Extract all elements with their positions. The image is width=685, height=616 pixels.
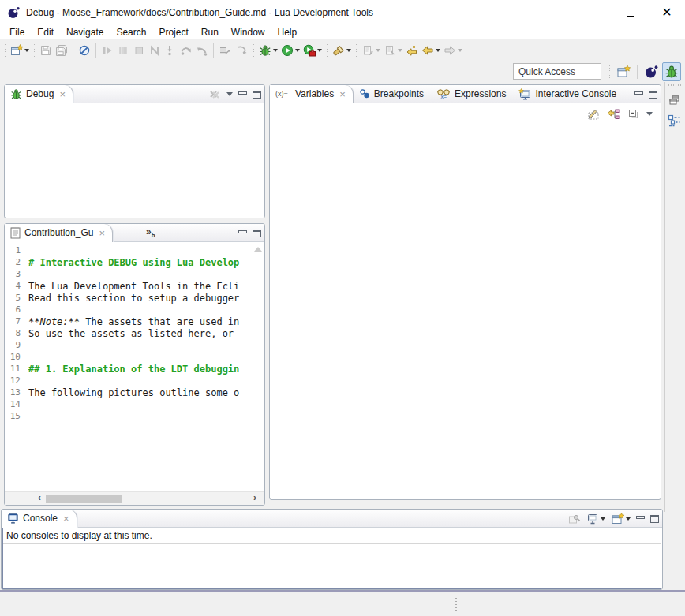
toolbar-drag-handle[interactable] bbox=[326, 44, 328, 57]
console-message: No consoles to display at this time. bbox=[3, 528, 661, 544]
close-button[interactable]: ✕ bbox=[649, 0, 685, 25]
editor-body[interactable]: 1 2# Interactive DEBUG using Lua Develop… bbox=[5, 242, 264, 505]
menu-file[interactable]: File bbox=[3, 26, 31, 39]
editor-overflow-chevron[interactable]: »5 bbox=[146, 226, 155, 239]
minimize-view-icon[interactable] bbox=[634, 91, 643, 95]
editor-line[interactable]: 11## 1. Explanation of the LDT debuggin bbox=[5, 363, 253, 375]
status-bar bbox=[0, 592, 685, 616]
tab-debug[interactable]: Debug × bbox=[5, 85, 73, 103]
maximize-view-icon[interactable] bbox=[253, 230, 261, 237]
new-wizard-dropdown[interactable] bbox=[24, 49, 29, 52]
external-tools-dropdown[interactable] bbox=[317, 49, 322, 52]
editor-code[interactable]: 1 2# Interactive DEBUG using Lua Develop… bbox=[5, 245, 253, 422]
menu-window[interactable]: Window bbox=[225, 26, 271, 39]
tab-variables[interactable]: (x)= Variables × bbox=[270, 85, 354, 103]
run-button[interactable] bbox=[279, 43, 301, 58]
skip-all-breakpoints-button[interactable] bbox=[77, 43, 92, 58]
view-menu-icon[interactable] bbox=[646, 112, 653, 116]
tab-contribution-guide[interactable]: Contribution_Gu × bbox=[5, 224, 113, 242]
view-menu-icon[interactable] bbox=[226, 92, 233, 96]
scrollbar-thumb[interactable] bbox=[46, 495, 122, 503]
show-logical-structure-icon[interactable] bbox=[607, 108, 621, 121]
tab-console-label: Console bbox=[23, 513, 58, 524]
toolbar-drag-handle[interactable] bbox=[72, 44, 74, 57]
debug-tab-icon bbox=[10, 88, 22, 100]
toolbar-drag-handle[interactable] bbox=[4, 44, 6, 57]
menu-project[interactable]: Project bbox=[152, 26, 194, 39]
maximize-button[interactable] bbox=[612, 0, 649, 25]
minimize-view-icon[interactable] bbox=[238, 230, 247, 233]
editor-line[interactable]: 2# Interactive DEBUG using Lua Develop bbox=[5, 256, 253, 268]
scroll-right-icon[interactable]: › bbox=[249, 492, 261, 505]
tab-breakpoints[interactable]: Breakpoints bbox=[354, 85, 431, 103]
close-icon[interactable]: × bbox=[63, 513, 69, 525]
editor-line[interactable]: 1 bbox=[5, 245, 253, 256]
editor-line[interactable]: 13The following pictures outline some o bbox=[5, 386, 253, 398]
new-wizard-button[interactable] bbox=[9, 43, 31, 58]
back-dropdown[interactable] bbox=[436, 49, 440, 52]
editor-line[interactable]: 6 bbox=[5, 304, 253, 315]
menu-run[interactable]: Run bbox=[195, 26, 225, 39]
status-drag-handle[interactable] bbox=[455, 595, 457, 612]
toolbar-drag-handle[interactable] bbox=[33, 44, 36, 57]
debug-perspective-button[interactable] bbox=[662, 62, 681, 81]
minimize-view-icon[interactable] bbox=[636, 516, 645, 519]
close-icon[interactable]: × bbox=[99, 227, 105, 239]
show-type-names-icon[interactable] bbox=[587, 108, 601, 121]
open-perspective-button[interactable] bbox=[614, 62, 633, 81]
lua-perspective-button[interactable] bbox=[642, 62, 661, 81]
open-console-button[interactable] bbox=[611, 513, 631, 525]
outline-view-icon[interactable] bbox=[668, 114, 681, 128]
maximize-icon bbox=[627, 9, 634, 17]
search-dropdown[interactable] bbox=[346, 49, 351, 52]
menu-help[interactable]: Help bbox=[271, 26, 304, 39]
debug-button[interactable] bbox=[257, 43, 279, 58]
collapse-all-icon[interactable] bbox=[627, 108, 640, 121]
maximize-view-icon[interactable] bbox=[649, 91, 657, 99]
display-selected-console-button[interactable] bbox=[586, 513, 605, 525]
console-body[interactable]: No consoles to display at this time. bbox=[2, 528, 661, 589]
editor-line-current[interactable]: 15 bbox=[5, 410, 253, 422]
maximize-view-icon[interactable] bbox=[650, 515, 659, 523]
debug-dropdown[interactable] bbox=[273, 49, 278, 52]
close-icon[interactable]: × bbox=[59, 88, 66, 100]
toolbar-drag-handle[interactable] bbox=[253, 44, 255, 57]
run-dropdown[interactable] bbox=[295, 49, 300, 52]
editor-line[interactable]: 9 bbox=[5, 339, 253, 351]
editor-line[interactable]: 14 bbox=[5, 398, 253, 410]
toolbar-drag-handle[interactable] bbox=[608, 65, 611, 78]
scroll-up-icon[interactable] bbox=[254, 247, 262, 252]
back-icon bbox=[421, 44, 434, 57]
save-icon bbox=[39, 44, 52, 57]
editor-line[interactable]: 3 bbox=[5, 268, 253, 280]
editor-line[interactable]: 10 bbox=[5, 351, 253, 363]
menu-edit[interactable]: Edit bbox=[31, 26, 60, 39]
editor-line[interactable]: 8So use the assets as listed here, or bbox=[5, 327, 253, 339]
open-console-dropdown[interactable] bbox=[626, 517, 631, 521]
close-icon[interactable]: × bbox=[339, 88, 346, 100]
tab-console[interactable]: Console × bbox=[2, 510, 77, 528]
minimize-view-icon[interactable] bbox=[238, 91, 247, 95]
maximize-view-icon[interactable] bbox=[253, 91, 261, 99]
scroll-left-icon[interactable]: ‹ bbox=[33, 492, 46, 505]
last-edit-location-button[interactable] bbox=[404, 43, 420, 58]
editor-line[interactable]: 7**Note:** The assets that are used in bbox=[5, 315, 253, 327]
tab-interactive-console[interactable]: Interactive Console bbox=[513, 85, 623, 103]
restore-view-icon[interactable] bbox=[668, 94, 681, 106]
minimize-button[interactable] bbox=[576, 0, 612, 25]
editor-horizontal-scrollbar[interactable]: ‹ › bbox=[5, 491, 264, 505]
tab-expressions[interactable]: x= Expressions bbox=[431, 85, 513, 103]
editor-line[interactable]: 5Read this section to setup a debugger bbox=[5, 292, 253, 304]
tab-breakpoints-label: Breakpoints bbox=[374, 88, 424, 99]
search-button[interactable] bbox=[331, 43, 353, 58]
toolbar-drag-handle[interactable] bbox=[355, 44, 357, 57]
editor-line[interactable]: 12 bbox=[5, 375, 253, 386]
rail-drag-handle[interactable] bbox=[668, 84, 681, 86]
external-tools-button[interactable] bbox=[301, 43, 324, 58]
back-button[interactable] bbox=[420, 43, 442, 58]
menu-search[interactable]: Search bbox=[110, 26, 152, 39]
quick-access-input[interactable]: Quick Access bbox=[513, 63, 601, 80]
menu-navigate[interactable]: Navigate bbox=[60, 26, 110, 39]
editor-line[interactable]: 4The Lua Development Tools in the Ecli bbox=[5, 280, 253, 292]
display-selected-console-dropdown[interactable] bbox=[601, 517, 605, 521]
